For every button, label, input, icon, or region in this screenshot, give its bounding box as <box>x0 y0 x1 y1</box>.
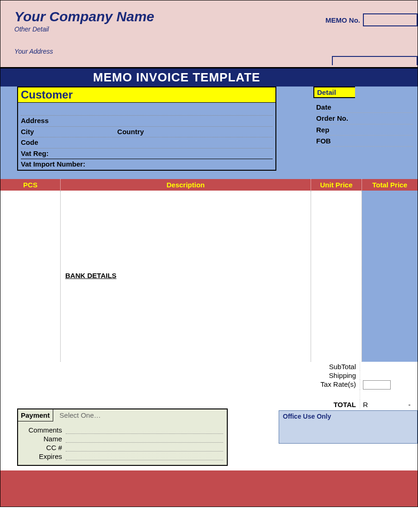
other-detail: Other Detail <box>14 25 404 33</box>
title-bar: MEMO INVOICE TEMPLATE <box>0 68 418 87</box>
unit-price-column[interactable] <box>311 191 362 362</box>
total-price-column <box>362 191 418 362</box>
comments-row[interactable]: Comments <box>22 426 223 434</box>
col-pcs-header: PCS <box>0 179 61 191</box>
office-use-label: Office Use Only <box>283 413 331 420</box>
payment-heading: Payment <box>18 409 53 421</box>
payment-box: Payment Select One… Comments Name CC # E… <box>17 408 228 466</box>
header-section: Your Company Name Other Detail Your Addr… <box>0 0 418 68</box>
detail-heading: Detail <box>313 87 355 98</box>
customer-name-field[interactable] <box>21 105 273 116</box>
memo-no-group: MEMO No. <box>325 13 418 26</box>
customer-heading: Customer <box>17 87 276 102</box>
shipping-label: Shipping <box>269 371 360 379</box>
col-description-header: Description <box>61 179 311 191</box>
fob-label: FOB <box>316 137 331 145</box>
items-body: BANK DETAILS <box>0 191 418 362</box>
bank-details-label: BANK DETAILS <box>65 272 117 279</box>
total-value: R - <box>360 400 415 408</box>
shipping-value <box>360 371 415 379</box>
subtotal-row: SubTotal <box>269 362 418 371</box>
items-header-row: PCS Description Unit Price Total Price <box>0 179 418 191</box>
detail-block: Detail Date Order No. Rep FOB <box>313 87 418 147</box>
vat-reg-label: Vat Reg: <box>21 148 49 159</box>
vat-import-label: Vat Import Number: <box>21 159 85 170</box>
payment-select[interactable]: Select One… <box>53 409 107 421</box>
memo-no-label: MEMO No. <box>325 16 360 24</box>
city-label: City <box>21 127 34 137</box>
total-label: TOTAL <box>269 400 360 408</box>
tax-rate-label: Tax Rate(s) <box>269 379 360 390</box>
subtotal-value <box>360 362 415 371</box>
tax-rate-input[interactable] <box>363 380 391 390</box>
cc-row[interactable]: CC # <box>22 444 223 452</box>
expires-label: Expires <box>22 452 66 460</box>
tax-amount-value <box>360 390 415 400</box>
total-currency: R <box>363 401 368 408</box>
description-column[interactable]: BANK DETAILS <box>61 191 311 362</box>
expires-row[interactable]: Expires <box>22 452 223 460</box>
memo-sub-input[interactable] <box>332 56 418 65</box>
col-total-price-header: Total Price <box>362 179 418 191</box>
comments-label: Comments <box>22 426 66 434</box>
your-address: Your Address <box>14 48 404 55</box>
fob-row[interactable]: FOB <box>316 136 413 147</box>
total-dash: - <box>408 401 411 408</box>
address-label: Address <box>21 116 49 126</box>
customer-block: Customer Address City Country Code Vat R… <box>17 87 276 171</box>
date-label: Date <box>316 103 331 111</box>
info-section: Customer Address City Country Code Vat R… <box>0 87 418 191</box>
tax-row: Tax Rate(s) <box>269 379 418 390</box>
footer-bar <box>0 470 418 507</box>
rep-row[interactable]: Rep <box>316 124 413 136</box>
office-use-box: Office Use Only <box>279 410 418 444</box>
customer-code-row[interactable]: Code <box>21 137 273 148</box>
lower-section: Payment Select One… Comments Name CC # E… <box>0 408 418 470</box>
date-row[interactable]: Date <box>316 102 413 113</box>
name-label: Name <box>22 435 66 443</box>
customer-vatreg-row[interactable]: Vat Reg: <box>21 148 273 160</box>
subtotal-label: SubTotal <box>269 362 360 371</box>
col-unit-price-header: Unit Price <box>311 179 362 191</box>
order-no-row[interactable]: Order No. <box>316 113 413 124</box>
order-no-label: Order No. <box>316 114 348 122</box>
customer-city-row[interactable]: City Country <box>21 127 273 138</box>
country-label: Country <box>117 127 144 137</box>
pcs-column[interactable] <box>0 191 61 362</box>
name-row[interactable]: Name <box>22 435 223 443</box>
invoice-page: Your Company Name Other Detail Your Addr… <box>0 0 418 507</box>
code-label: Code <box>21 137 38 148</box>
rep-label: Rep <box>316 126 329 134</box>
total-row: TOTAL R - <box>269 400 418 408</box>
customer-vatimport-row[interactable]: Vat Import Number: <box>21 159 273 170</box>
customer-address-row[interactable]: Address <box>21 116 273 127</box>
summary-section: SubTotal Shipping Tax Rate(s) TOTAL R - <box>0 362 418 408</box>
shipping-row: Shipping <box>269 371 418 379</box>
memo-no-input[interactable] <box>363 13 418 26</box>
tax-amount-row <box>269 390 418 400</box>
cc-label: CC # <box>22 444 66 452</box>
